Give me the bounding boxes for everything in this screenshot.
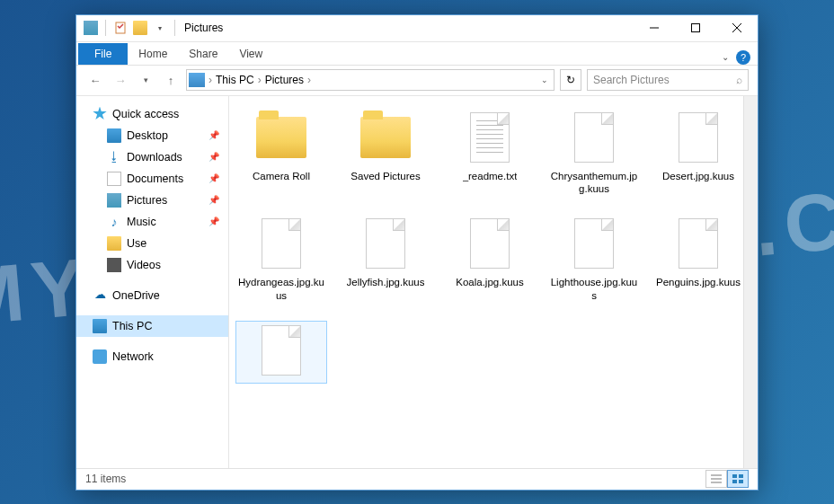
sidebar-label: Downloads <box>127 151 182 164</box>
pictures-icon <box>107 193 121 208</box>
document-icon <box>107 172 121 186</box>
sidebar-item-downloads[interactable]: ⭳ Downloads 📌 <box>76 146 228 168</box>
nav-row: ← → ▾ ↑ › This PC › Pictures › ⌄ ↻ Searc… <box>76 66 758 96</box>
search-input[interactable]: Search Pictures ⌕ <box>587 69 749 91</box>
status-bar: 11 items <box>76 468 758 490</box>
file-item[interactable]: Koala.jpg.kuus <box>445 215 535 302</box>
refresh-button[interactable]: ↻ <box>560 69 581 91</box>
file-icon <box>253 215 310 272</box>
sidebar-item-documents[interactable]: Documents 📌 <box>76 168 228 190</box>
titlebar: ▾ Pictures <box>76 15 758 42</box>
chevron-right-icon[interactable]: › <box>307 74 311 86</box>
sidebar-item-desktop[interactable]: Desktop 📌 <box>76 125 228 146</box>
file-item[interactable]: Penguins.jpg.kuus <box>653 215 743 302</box>
sidebar-network[interactable]: Network <box>76 346 228 367</box>
file-label: Camera Roll <box>253 170 310 182</box>
file-icon <box>357 215 414 272</box>
file-icon <box>253 322 310 379</box>
sidebar-label: Desktop <box>127 129 168 142</box>
address-dropdown-icon[interactable]: ⌄ <box>541 75 548 84</box>
address-bar[interactable]: › This PC › Pictures › ⌄ <box>186 69 555 91</box>
help-icon[interactable]: ? <box>736 50 750 65</box>
recent-dropdown[interactable]: ▾ <box>136 70 155 90</box>
file-item[interactable]: Desert.jpg.kuus <box>653 109 743 196</box>
search-placeholder: Search Pictures <box>593 74 670 86</box>
network-icon <box>93 349 107 364</box>
file-label: Hydrangeas.jpg.kuus <box>236 276 326 302</box>
ribbon-expand-icon[interactable]: ⌄ <box>722 52 729 62</box>
pin-icon: 📌 <box>208 195 219 205</box>
sidebar-label: Quick access <box>112 108 179 120</box>
folder-icon <box>107 236 121 251</box>
breadcrumb-segment[interactable]: Pictures <box>262 74 307 86</box>
folder-icon <box>357 109 414 166</box>
search-icon: ⌕ <box>736 74 742 86</box>
pin-icon: 📌 <box>208 173 219 183</box>
file-label: _readme.txt <box>463 170 518 182</box>
sidebar-this-pc[interactable]: This PC <box>76 315 228 337</box>
sidebar-item-use[interactable]: Use <box>76 233 228 254</box>
pin-icon: 📌 <box>208 130 219 140</box>
file-label: Chrysanthemum.jpg.kuus <box>549 170 639 196</box>
sidebar-quick-access[interactable]: Quick access <box>76 103 228 125</box>
file-label: Lighthouse.jpg.kuus <box>549 276 639 302</box>
sidebar-onedrive[interactable]: ☁ OneDrive <box>76 285 228 306</box>
sidebar-item-videos[interactable]: Videos <box>76 254 228 276</box>
file-item[interactable]: _readme.txt <box>445 109 535 196</box>
sidebar-item-music[interactable]: ♪ Music 📌 <box>76 211 228 233</box>
explorer-window: ▾ Pictures File Home Share View ⌄ ? ← → … <box>75 14 759 491</box>
desktop-icon <box>107 128 121 143</box>
sidebar-label: Music <box>127 216 156 228</box>
maximize-button[interactable] <box>675 14 716 41</box>
file-item[interactable]: Saved Pictures <box>341 109 430 196</box>
file-item[interactable]: Hydrangeas.jpg.kuus <box>236 215 326 302</box>
file-icon <box>565 109 623 166</box>
tab-view[interactable]: View <box>228 43 273 65</box>
file-icon <box>670 215 727 272</box>
file-item[interactable]: Chrysanthemum.jpg.kuus <box>549 109 639 196</box>
file-grid: Camera RollSaved Pictures_readme.txtChry… <box>236 109 736 384</box>
cloud-icon: ☁ <box>93 288 107 303</box>
close-button[interactable] <box>716 14 758 41</box>
item-count: 11 items <box>85 473 126 485</box>
window-title: Pictures <box>184 22 223 34</box>
file-item[interactable] <box>236 322 326 383</box>
star-icon <box>93 107 107 121</box>
tab-file[interactable]: File <box>78 43 128 65</box>
sidebar-label: Documents <box>127 172 183 185</box>
up-button[interactable]: ↑ <box>161 70 181 90</box>
folder-icon <box>253 109 310 166</box>
separator <box>174 20 175 36</box>
window-icon <box>82 19 100 37</box>
sidebar-label: Videos <box>127 259 161 271</box>
icons-view-button[interactable] <box>727 470 749 488</box>
forward-button[interactable]: → <box>111 70 130 90</box>
qat-properties-icon[interactable] <box>111 19 129 37</box>
svg-rect-9 <box>739 474 743 478</box>
breadcrumb-segment[interactable]: This PC <box>212 74 258 86</box>
pin-icon: 📌 <box>208 152 219 162</box>
address-location-icon <box>189 73 205 87</box>
file-item[interactable]: Jellyfish.jpg.kuus <box>341 215 430 302</box>
details-view-button[interactable] <box>705 470 727 488</box>
file-icon <box>565 215 623 272</box>
file-item[interactable]: Lighthouse.jpg.kuus <box>549 215 639 302</box>
content-pane[interactable]: Camera RollSaved Pictures_readme.txtChry… <box>229 96 743 468</box>
file-item[interactable]: Camera Roll <box>236 109 326 196</box>
sidebar-item-pictures[interactable]: Pictures 📌 <box>76 190 228 211</box>
qat-newfolder-icon[interactable] <box>131 19 149 37</box>
file-label: Desert.jpg.kuus <box>662 170 734 182</box>
music-icon: ♪ <box>107 215 121 229</box>
pin-icon: 📌 <box>208 217 219 226</box>
sidebar-label: This PC <box>112 320 152 332</box>
tab-share[interactable]: Share <box>178 43 228 65</box>
navigation-pane: Quick access Desktop 📌 ⭳ Downloads 📌 Doc… <box>76 96 229 468</box>
vertical-scrollbar[interactable] <box>743 96 758 468</box>
sidebar-label: Use <box>127 237 146 250</box>
file-label: Koala.jpg.kuus <box>456 276 523 288</box>
pc-icon <box>93 319 107 333</box>
qat-dropdown-icon[interactable]: ▾ <box>151 19 169 37</box>
minimize-button[interactable] <box>634 14 675 41</box>
tab-home[interactable]: Home <box>128 43 178 65</box>
back-button[interactable]: ← <box>85 70 105 90</box>
